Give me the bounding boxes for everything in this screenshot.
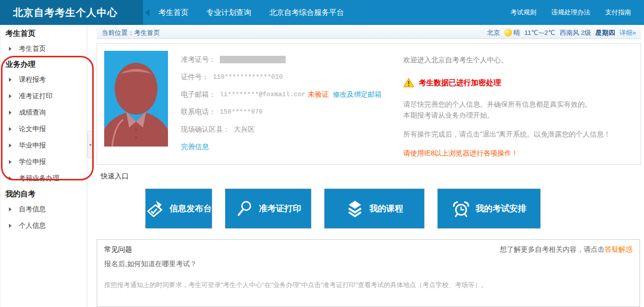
warning-icon	[403, 78, 414, 88]
sidebar-item-thesis-application[interactable]: 论文申报	[0, 121, 87, 137]
breadcrumb: 当前位置：考生首页	[102, 28, 160, 37]
quick-entry-title: 快速入口	[101, 172, 641, 181]
layers-icon	[345, 199, 364, 218]
field-confirm-district: 现场确认区县： 大兴区	[181, 121, 400, 138]
faq-more-link[interactable]: 答疑解惑	[605, 245, 633, 254]
sidebar-section-home-title: 考生首页	[0, 26, 87, 40]
weather-bar: 北京 晴 11℃~-2℃ 西南风 2级 星期四 详细»	[487, 28, 636, 37]
masked-value-bar	[220, 56, 286, 63]
quick-entry-buttons: 信息发布台 准考证打印 我的课程	[145, 188, 641, 229]
field-id-number: 证件号： 110************010	[181, 68, 400, 86]
sidebar-item-home[interactable]: 考生首页	[0, 40, 87, 57]
alarm-clock-icon	[452, 199, 471, 218]
field-phone: 联系电话： 158*****976	[181, 103, 400, 121]
link-payment-guide[interactable]: 支付指南	[605, 8, 631, 17]
weather-wind: 西南风 2级	[560, 28, 591, 37]
quick-button-info-board[interactable]: 信息发布台	[145, 188, 212, 229]
encryption-alert: 考生数据已进行加密处理	[403, 78, 633, 88]
sidebar-collapse-handle[interactable]: ◄	[87, 131, 93, 158]
arrow-right-icon	[9, 160, 11, 164]
sidebar-section-my-title: 我的自考	[0, 186, 87, 201]
avatar	[104, 51, 168, 147]
arrow-right-icon	[9, 144, 11, 148]
complete-info-link[interactable]: 完善信息	[181, 143, 209, 152]
weather-temp: 11℃~-2℃	[524, 29, 555, 36]
edit-board-icon	[146, 199, 164, 218]
header-right-links: 考试规则 违规处理办法 支付指南	[510, 0, 644, 25]
profile-card: 准考证号： 证件号： 110************010 电子邮箱： li**…	[97, 43, 641, 165]
sidebar-item-course-registration[interactable]: 课程报考	[0, 71, 87, 88]
arrow-right-icon	[9, 78, 11, 82]
top-header: 北京自考考生个人中心 考生首页 专业计划查询 北京自考综合服务平台 考试规则 违…	[0, 0, 644, 25]
main-nav: 考生首页 专业计划查询 北京自考综合服务平台	[159, 0, 344, 25]
sidebar-item-admission-ticket-print[interactable]: 准考证打印	[0, 88, 87, 104]
arrow-right-icon	[9, 127, 11, 131]
weather-condition: 晴	[513, 28, 520, 37]
nav-major-plan-query[interactable]: 专业计划查询	[206, 8, 251, 17]
welcome-greeting: 欢迎进入北京自考考生个人中心。	[403, 56, 633, 65]
weather-day: 星期四	[596, 28, 615, 37]
weather-detail-link[interactable]: 详细»	[620, 28, 636, 37]
link-exam-rules[interactable]: 考试规则	[510, 8, 536, 17]
nav-service-platform[interactable]: 北京自考综合服务平台	[269, 8, 344, 17]
sidebar-item-graduation-application[interactable]: 毕业申报	[0, 137, 87, 154]
faq-title: 常见问题	[104, 245, 132, 254]
arrow-right-icon	[9, 224, 11, 228]
quick-button-exam-schedule[interactable]: 我的考试安排	[437, 188, 541, 229]
quick-button-my-courses[interactable]: 我的课程	[324, 188, 425, 229]
sidebar-section-business-title: 业务办理	[0, 57, 87, 71]
faq-more-text: 想了解更多自考相关内容，请点击	[500, 245, 605, 254]
topbar: 当前位置：考生首页 北京 晴 11℃~-2℃ 西南风 2级 星期四 详细»	[97, 27, 641, 39]
arrow-right-icon	[9, 207, 11, 211]
logo-arrow-notch	[145, 9, 150, 16]
welcome-line-2: 所有操作完成后，请点击"退出"离开系统。以免泄露您的个人信息！	[403, 129, 633, 140]
faq-panel: 常见问题 想了解更多自考相关内容，请点击 答疑解惑 报名后,如何知道在哪里考试？…	[97, 239, 640, 307]
arrow-right-icon	[9, 94, 11, 98]
sidebar-item-selfexam-info[interactable]: 自考信息	[0, 201, 87, 217]
email-unverified-badge: 未验证	[308, 90, 329, 99]
arrow-right-icon	[9, 47, 11, 51]
sidebar-item-exam-record-services[interactable]: 考籍业务办理	[0, 170, 87, 186]
sidebar-collapse-strip: ◄	[87, 25, 93, 307]
link-violation-rules[interactable]: 违规处理办法	[551, 8, 590, 17]
arrow-right-icon	[9, 111, 11, 115]
sidebar-item-degree-application[interactable]: 学位申报	[0, 154, 87, 170]
sidebar-item-personal-info[interactable]: 个人信息	[0, 217, 87, 234]
sidebar-item-score-query[interactable]: 成绩查询	[0, 104, 87, 121]
faq-answer: 按照报考通知上的时间要求，考生可登录"考生个人中心"在"业务办理"中点击"准考证…	[104, 281, 633, 290]
welcome-line-1: 请尽快完善您的个人信息。并确保所有信息都是真实有效的。 本期报考请从业务办理开始…	[403, 99, 633, 121]
welcome-panel: 欢迎进入北京自考考生个人中心。 考生数据已进行加密处理 请尽快完善您的个人信息。…	[403, 50, 633, 158]
main-content: 当前位置：考生首页 北京 晴 11℃~-2℃ 西南风 2级 星期四 详细»	[93, 25, 644, 307]
nav-home[interactable]: 考生首页	[159, 8, 188, 17]
weather-city: 北京	[487, 28, 500, 37]
quick-button-ticket-print[interactable]: 准考证打印	[225, 188, 312, 229]
magnifier-icon	[235, 199, 254, 218]
faq-question: 报名后,如何知道在哪里考试？	[104, 260, 633, 269]
profile-info: 准考证号： 证件号： 110************010 电子邮箱： li**…	[181, 50, 400, 158]
sidebar: 考生首页 考生首页 业务办理 课程报考 准考证打印 成绩查询 论文申报 毕业申报	[0, 25, 87, 307]
field-admission-ticket-no: 准考证号：	[181, 51, 400, 68]
sun-icon	[504, 29, 512, 36]
arrow-right-icon	[9, 176, 11, 180]
field-email: 电子邮箱： li********@foxmail.cor 未验证 修改及绑定邮箱	[181, 86, 400, 103]
app-title: 北京自考考生个人中心	[0, 0, 143, 25]
browser-note: 请使用IE8以上浏览器进行各项操作！	[403, 149, 633, 158]
email-bind-link[interactable]: 修改及绑定邮箱	[333, 90, 382, 99]
